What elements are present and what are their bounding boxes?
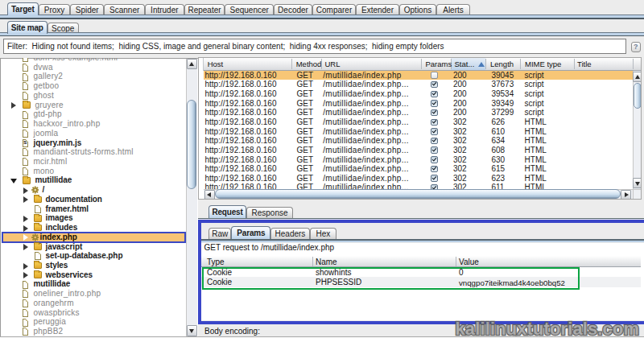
svg-text:kalilinuxtutorials.com: kalilinuxtutorials.com <box>456 319 639 338</box>
